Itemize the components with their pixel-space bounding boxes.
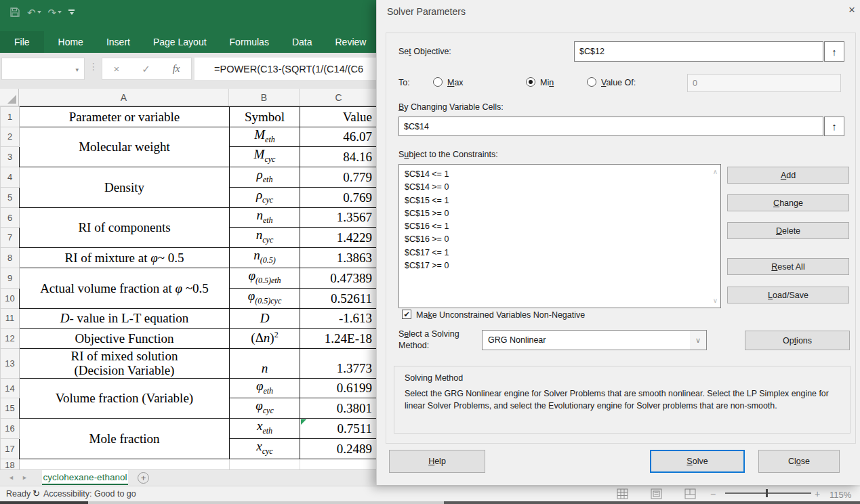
- row-header-1[interactable]: 1: [1, 107, 20, 127]
- row-header-3[interactable]: 3: [1, 147, 20, 167]
- accessibility-status[interactable]: ↻ Accessibility: Good to go: [33, 488, 136, 499]
- scroll-down-icon[interactable]: ∨: [713, 297, 718, 304]
- ribbon-tab-page-layout[interactable]: Page Layout: [142, 31, 218, 53]
- radio-max-label[interactable]: Max: [447, 78, 464, 87]
- cell[interactable]: Mole fraction: [20, 419, 230, 459]
- reset-all-button[interactable]: Reset All: [727, 258, 849, 275]
- cell[interactable]: Density: [20, 167, 230, 208]
- radio-value-of-label[interactable]: Value Of:: [601, 78, 636, 87]
- cell[interactable]: 84.16: [300, 147, 379, 167]
- cell[interactable]: D: [230, 308, 300, 329]
- row-header-2[interactable]: 2: [1, 127, 20, 147]
- row-header-16[interactable]: 16: [1, 419, 20, 439]
- ribbon-tab-home[interactable]: Home: [47, 31, 95, 53]
- page-break-preview-icon[interactable]: [684, 488, 696, 499]
- sheet-nav-right-icon[interactable]: ►: [22, 474, 28, 481]
- options-button[interactable]: Options: [745, 331, 850, 350]
- cell[interactable]: ρcyc: [230, 187, 300, 207]
- cell[interactable]: Meth: [230, 127, 300, 147]
- cell[interactable]: 1.3773: [300, 348, 379, 378]
- row-header-4[interactable]: 4: [1, 167, 20, 188]
- sheet-tab-active[interactable]: cyclohexane-ethanol: [42, 470, 128, 485]
- radio-max[interactable]: [433, 77, 443, 87]
- delete-button[interactable]: Delete: [727, 222, 849, 239]
- constraint-item[interactable]: $C$14 <= 1: [405, 168, 715, 181]
- row-header-15[interactable]: 15: [1, 398, 20, 419]
- name-box[interactable]: ▾: [1, 58, 85, 80]
- row-header-5[interactable]: 5: [1, 187, 20, 207]
- close-button[interactable]: Close: [758, 450, 840, 473]
- sheet-nav-left-icon[interactable]: ◄: [8, 474, 14, 481]
- cell[interactable]: Volume fraction (Variable): [20, 378, 230, 419]
- variable-cells-input[interactable]: $C$14: [398, 117, 823, 136]
- cell[interactable]: Molecular weight: [20, 127, 230, 167]
- ribbon-tab-review[interactable]: Review: [324, 31, 378, 53]
- cell[interactable]: 1.3567: [300, 207, 379, 228]
- cell[interactable]: 1.3863: [300, 248, 379, 268]
- cell[interactable]: Objective Function: [20, 329, 230, 349]
- cell[interactable]: neth: [230, 207, 300, 228]
- insert-function-icon[interactable]: fx: [173, 63, 180, 75]
- column-header-b[interactable]: B: [229, 89, 300, 106]
- cell[interactable]: ρeth: [230, 167, 300, 188]
- cell[interactable]: -1.613: [300, 308, 379, 329]
- constraint-item[interactable]: $C$16 <= 1: [405, 220, 715, 233]
- cell[interactable]: Mcyc: [230, 147, 300, 167]
- cell[interactable]: 0.47389: [300, 268, 379, 289]
- cell[interactable]: 0.7511: [300, 419, 379, 439]
- cell[interactable]: RI of components: [20, 207, 230, 248]
- constraint-item[interactable]: $C$17 >= 0: [405, 259, 715, 272]
- load-save-button[interactable]: Load/Save: [727, 287, 849, 303]
- range-picker-button[interactable]: ↑: [824, 41, 844, 62]
- row-header-7[interactable]: 7: [1, 228, 20, 248]
- constraint-item[interactable]: $C$15 <= 1: [405, 194, 715, 207]
- cell[interactable]: D- value in L-T equation: [20, 308, 230, 329]
- cancel-icon[interactable]: ×: [113, 63, 119, 75]
- cell[interactable]: φcyc: [230, 398, 300, 419]
- new-sheet-button[interactable]: +: [138, 472, 149, 484]
- save-icon[interactable]: [9, 7, 20, 18]
- ribbon-tab-file[interactable]: File: [0, 31, 44, 53]
- ribbon-tab-formulas[interactable]: Formulas: [218, 31, 281, 53]
- ribbon-tab-data[interactable]: Data: [281, 31, 324, 53]
- cell[interactable]: 46.07: [300, 127, 379, 147]
- cell[interactable]: φ(0.5)eth: [230, 268, 300, 289]
- row-header-13[interactable]: 13: [1, 348, 20, 378]
- customize-qat-icon[interactable]: [68, 9, 75, 15]
- cell[interactable]: xeth: [230, 419, 300, 439]
- solving-method-dropdown[interactable]: GRG Nonlinear ∨: [482, 330, 707, 350]
- cell[interactable]: ncyc: [230, 228, 300, 248]
- column-header-a[interactable]: A: [19, 89, 229, 106]
- cell[interactable]: 0.52611: [300, 288, 379, 308]
- cell[interactable]: Symbol: [230, 107, 300, 127]
- chevron-down-icon[interactable]: [37, 11, 41, 14]
- row-header-11[interactable]: 11: [1, 308, 20, 329]
- cell[interactable]: Actual volume fraction at φ ~0.5: [20, 268, 230, 309]
- zoom-level[interactable]: 115%: [830, 490, 851, 500]
- page-layout-view-icon[interactable]: [651, 488, 662, 499]
- row-header-10[interactable]: 10: [1, 288, 20, 308]
- cell[interactable]: RI of mixed solution (Decision Variable): [20, 348, 230, 378]
- row-header-14[interactable]: 14: [1, 378, 20, 398]
- change-button[interactable]: Change: [727, 194, 849, 211]
- cell[interactable]: 1.24E-18: [300, 329, 379, 349]
- add-button[interactable]: Add: [727, 167, 849, 184]
- select-all-corner[interactable]: [0, 89, 19, 106]
- radio-value-of[interactable]: [587, 77, 596, 87]
- cell[interactable]: 0.769: [300, 187, 379, 207]
- row-header-9[interactable]: 9: [1, 268, 20, 289]
- cell[interactable]: (Δn)2: [230, 329, 300, 349]
- enter-icon[interactable]: ✓: [142, 63, 150, 75]
- range-picker-button[interactable]: ↑: [824, 117, 844, 136]
- non-negative-label[interactable]: Make Unconstrained Variables Non-Negativ…: [416, 310, 585, 320]
- cell[interactable]: Parameter or variable: [20, 107, 230, 127]
- redo-button[interactable]: ↷: [48, 7, 62, 18]
- solve-button[interactable]: Solve: [650, 450, 745, 473]
- objective-input[interactable]: $C$12: [574, 41, 823, 62]
- zoom-out-icon[interactable]: −: [710, 488, 716, 499]
- chevron-down-icon[interactable]: ▾: [75, 66, 79, 73]
- zoom-slider[interactable]: [725, 492, 811, 494]
- cell[interactable]: 1.4229: [300, 228, 379, 248]
- row-header-8[interactable]: 8: [1, 248, 20, 268]
- cell[interactable]: n: [230, 348, 300, 378]
